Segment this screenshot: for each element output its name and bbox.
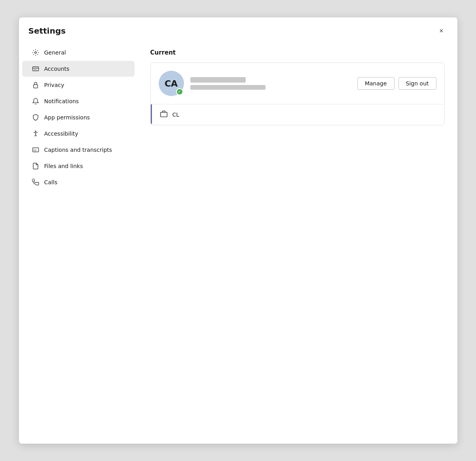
window-title: Settings <box>28 26 66 36</box>
close-button[interactable]: × <box>435 25 448 37</box>
svg-text:CC: CC <box>33 149 36 151</box>
sidebar-item-privacy-label: Privacy <box>44 82 64 88</box>
accessibility-icon <box>32 130 40 138</box>
svg-rect-1 <box>32 67 38 71</box>
sidebar-item-files-label: Files and links <box>44 163 83 169</box>
sidebar-item-notifications[interactable]: Notifications <box>22 93 135 109</box>
online-status-badge <box>176 88 183 95</box>
svg-rect-9 <box>160 112 167 117</box>
account-card: CA Manage Sign out <box>150 62 445 125</box>
window-header: Settings × <box>19 17 457 41</box>
main-content: Current CA Manage Sign out <box>138 41 457 444</box>
sidebar-item-general[interactable]: General <box>22 45 135 60</box>
gear-icon <box>32 49 40 57</box>
sidebar-item-calls[interactable]: Calls <box>22 174 135 190</box>
shield-icon <box>32 113 40 121</box>
account-actions: Manage Sign out <box>357 77 436 90</box>
captions-icon: CC <box>32 146 40 154</box>
sidebar-item-notifications-label: Notifications <box>44 98 79 104</box>
briefcase-icon <box>160 110 168 119</box>
sidebar: General Accounts <box>19 41 138 444</box>
sidebar-item-calls-label: Calls <box>44 179 57 185</box>
account-info <box>190 77 351 90</box>
sidebar-item-app-permissions-label: App permissions <box>44 114 90 121</box>
avatar-container: CA <box>159 71 184 96</box>
sidebar-item-files[interactable]: Files and links <box>22 158 135 174</box>
manage-button[interactable]: Manage <box>357 77 394 90</box>
svg-point-0 <box>34 52 36 54</box>
secondary-account-row: CL <box>151 104 444 125</box>
settings-window: Settings × General <box>19 17 458 444</box>
sidebar-item-captions[interactable]: CC Captions and transcripts <box>22 142 135 158</box>
account-email <box>190 85 265 90</box>
svg-rect-5 <box>33 85 38 88</box>
sidebar-item-accessibility[interactable]: Accessibility <box>22 126 135 142</box>
sidebar-item-captions-label: Captions and transcripts <box>44 147 112 153</box>
lock-icon <box>32 81 40 89</box>
sidebar-item-accounts-label: Accounts <box>44 66 70 72</box>
sidebar-item-privacy[interactable]: Privacy <box>22 77 135 93</box>
bell-icon <box>32 97 40 105</box>
section-title: Current <box>150 49 445 56</box>
sidebar-item-general-label: General <box>44 49 66 56</box>
phone-icon <box>32 178 40 186</box>
primary-account-row: CA Manage Sign out <box>151 63 444 104</box>
window-body: General Accounts <box>19 41 457 444</box>
sign-out-button[interactable]: Sign out <box>398 77 436 90</box>
secondary-account-label: CL <box>173 111 180 118</box>
sidebar-item-accessibility-label: Accessibility <box>44 130 78 137</box>
sidebar-item-accounts[interactable]: Accounts <box>22 61 135 77</box>
svg-point-6 <box>35 131 36 132</box>
account-name <box>190 77 246 83</box>
sidebar-item-app-permissions[interactable]: App permissions <box>22 110 135 125</box>
file-icon <box>32 162 40 170</box>
accounts-icon <box>32 65 40 73</box>
